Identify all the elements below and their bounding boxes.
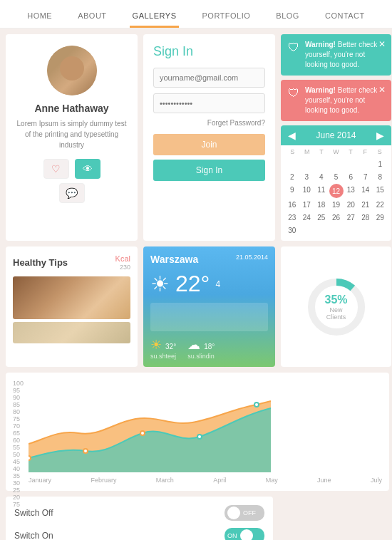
alert-green-title: Warning!	[305, 41, 338, 48]
profile-description: Lorem Ipsum is simply dummy test of the …	[14, 118, 129, 150]
weather-high: ☀ 32° su.shteej	[150, 337, 176, 360]
chart-y-labels: 1009590858075706560555045403530252075	[13, 380, 24, 472]
weather-temp: 22°	[175, 271, 210, 297]
calendar-day	[300, 158, 314, 170]
calendar-day[interactable]: 18	[314, 199, 329, 211]
svg-point-4	[140, 431, 145, 435]
healthy-tips-card: Healthy Tips Kcal 230	[6, 246, 138, 367]
nav-portfolio[interactable]: PORTFOLIO	[199, 7, 253, 28]
calendar-day[interactable]: 30	[285, 224, 299, 237]
calendar-day	[344, 158, 359, 170]
signin-button[interactable]: Sign In	[153, 160, 265, 181]
calendar-day[interactable]: 20	[344, 199, 359, 211]
profile-actions: ♡ 👁	[14, 159, 129, 179]
calendar-day	[314, 224, 329, 237]
healthy-title: Healthy Tips	[13, 257, 68, 268]
calendar-day[interactable]: 17	[300, 199, 314, 211]
alert-green-close[interactable]: ✕	[378, 38, 386, 51]
shield-icon-green: 🛡	[288, 40, 299, 56]
high-temp-val: 32°	[165, 343, 176, 351]
calendar-day[interactable]: 7	[359, 171, 373, 183]
calendar-day[interactable]: 9	[285, 184, 299, 198]
svg-point-3	[83, 449, 88, 453]
switch-on-label: Switch On	[14, 531, 53, 540]
heart-button[interactable]: ♡	[43, 159, 69, 179]
nav-about[interactable]: ABOUT	[75, 7, 109, 28]
calendar-next[interactable]: ▶	[376, 130, 384, 141]
calendar-day	[359, 158, 373, 170]
calendar-day[interactable]: 29	[373, 212, 388, 224]
alerts-column: 🛡 Warning! Better check yourself, you're…	[281, 34, 391, 241]
calendar-day[interactable]: 24	[300, 212, 314, 224]
join-button[interactable]: Join	[153, 134, 265, 155]
forgot-password-link[interactable]: Forget Password?	[153, 119, 265, 127]
calendar-day[interactable]: 27	[344, 212, 359, 224]
calendar-day[interactable]: 12	[329, 184, 344, 198]
calendar-day[interactable]: 16	[285, 199, 299, 211]
signin-title: Sign In	[153, 44, 265, 59]
calendar-day[interactable]: 25	[314, 212, 329, 224]
healthy-header: Healthy Tips Kcal 230	[13, 254, 130, 271]
calendar-day[interactable]: 11	[314, 184, 329, 198]
profile-name: Anne Hathaway	[14, 103, 129, 114]
calendar-day[interactable]: 6	[344, 171, 359, 183]
calendar-day[interactable]: 1	[373, 158, 388, 170]
calendar-day[interactable]: 19	[329, 199, 344, 211]
calendar-day[interactable]: 28	[359, 212, 373, 224]
calendar-day[interactable]: 21	[359, 199, 373, 211]
eye-button[interactable]: 👁	[75, 159, 100, 179]
calendar-day[interactable]: 26	[329, 212, 344, 224]
password-field[interactable]	[153, 93, 265, 113]
nav-home[interactable]: HOME	[24, 7, 55, 28]
calendar-day[interactable]: 5	[329, 171, 344, 183]
donut-chart: 35% New Clients	[304, 275, 368, 339]
calendar-day[interactable]: 22	[373, 199, 388, 211]
calendar-day[interactable]: 15	[373, 184, 388, 198]
switch-off-text: OFF	[243, 509, 256, 516]
nav-gallerys[interactable]: GALLERYS	[130, 7, 180, 28]
chat-button[interactable]: 💬	[59, 183, 85, 203]
calendar-day[interactable]: 4	[314, 171, 329, 183]
svg-point-5	[197, 435, 202, 439]
switch-on-toggle[interactable]: ON	[225, 528, 264, 540]
switch-off-row: Switch Off OFF	[14, 505, 264, 521]
calendar-day[interactable]: 8	[373, 171, 388, 183]
calendar-days: 1234567891011121314151617181920212223242…	[285, 158, 387, 237]
nav-contact[interactable]: CONTACT	[322, 7, 368, 28]
calendar-day[interactable]: 23	[285, 212, 299, 224]
alert-green: 🛡 Warning! Better check yourself, you're…	[281, 34, 391, 76]
navigation: HOME ABOUT GALLERYS PORTFOLIO BLOG CONTA…	[0, 0, 392, 28]
email-field[interactable]	[153, 68, 265, 88]
calendar-day	[344, 224, 359, 237]
calendar-day[interactable]: 13	[344, 184, 359, 198]
calendar-day[interactable]: 14	[359, 184, 373, 198]
calendar-day[interactable]: 10	[300, 184, 314, 198]
avatar	[47, 46, 97, 95]
donut-card: 35% New Clients	[281, 246, 391, 367]
calendar-day-headers: SMTWTFS	[285, 148, 387, 155]
switches-card: Switch Off OFF Switch On ON	[6, 497, 273, 540]
high-desc: su.shteej	[150, 353, 176, 360]
alert-pink: 🛡 Warning! Better check yourself, you're…	[281, 80, 391, 121]
calendar-day	[300, 224, 314, 237]
calendar-day	[359, 224, 373, 237]
nav-blog[interactable]: BLOG	[273, 7, 302, 28]
alert-pink-close[interactable]: ✕	[378, 84, 386, 96]
switch-off-label: Switch Off	[14, 508, 53, 518]
alert-pink-title: Warning!	[305, 86, 338, 94]
kcal-value: 230	[115, 264, 130, 271]
switch-off-toggle[interactable]: OFF	[225, 505, 264, 521]
switch-on-row: Switch On ON	[14, 528, 264, 540]
calendar-title: June 2014	[316, 130, 356, 140]
calendar-day	[329, 158, 344, 170]
sun-icon: ☀	[150, 271, 170, 296]
svg-point-2	[29, 456, 31, 460]
calendar-prev[interactable]: ◀	[288, 130, 296, 141]
line-chart-svg	[29, 380, 271, 472]
chart-card: 1009590858075706560555045403530252075	[6, 373, 389, 491]
switch-on-text: ON	[227, 532, 237, 539]
calendar-day[interactable]: 3	[300, 171, 314, 183]
calendar-day[interactable]: 2	[285, 171, 299, 183]
calendar-day	[314, 158, 329, 170]
calendar-day	[373, 224, 388, 237]
